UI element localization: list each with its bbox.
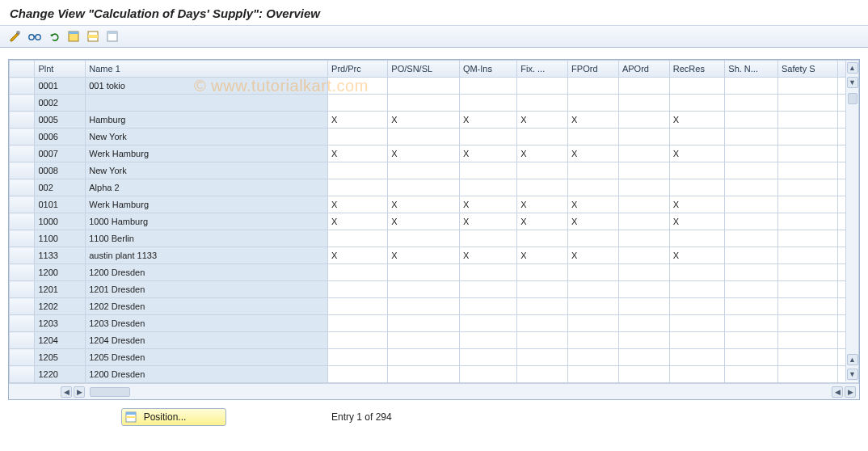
scroll-left-step-button[interactable]: ◀ [832,386,843,398]
cell-mark[interactable]: X [669,145,725,162]
cell-mark[interactable]: X [388,196,460,213]
cell-mark[interactable] [725,196,778,213]
cell-mark[interactable] [669,349,725,366]
cell-plnt[interactable]: 002 [35,179,86,196]
cell-mark[interactable] [459,315,516,332]
cell-mark[interactable] [777,213,837,230]
cell-name1[interactable] [86,95,328,112]
cell-mark[interactable] [568,78,619,95]
cell-mark[interactable]: X [459,213,516,230]
cell-mark[interactable] [618,112,669,129]
cell-plnt[interactable]: 1100 [35,230,86,247]
row-select-button[interactable] [10,129,35,145]
cell-plnt[interactable]: 1000 [35,213,86,230]
scroll-right-button[interactable]: ▶ [845,386,856,398]
cell-mark[interactable]: X [669,213,725,230]
scroll-left-button[interactable]: ◀ [61,386,72,398]
position-button[interactable]: Position... [121,408,226,426]
select-block-icon[interactable] [84,28,102,44]
cell-mark[interactable]: X [388,112,460,129]
cell-mark[interactable] [669,95,725,112]
cell-name1[interactable]: Alpha 2 [86,179,328,196]
row-select-button[interactable] [10,196,35,213]
cell-mark[interactable] [517,129,568,145]
cell-mark[interactable] [568,315,619,332]
cell-mark[interactable] [328,315,388,332]
cell-mark[interactable] [725,145,778,162]
cell-mark[interactable] [725,78,778,95]
cell-mark[interactable] [725,315,778,332]
cell-mark[interactable] [517,315,568,332]
cell-mark[interactable] [328,95,388,112]
cell-mark[interactable] [669,230,725,247]
cell-name1[interactable]: 1202 Dresden [86,298,328,315]
cell-mark[interactable] [618,179,669,196]
cell-mark[interactable] [618,366,669,383]
cell-mark[interactable] [517,78,568,95]
column-header-fix[interactable]: Fix. ... [517,61,568,78]
row-select-button[interactable] [10,366,35,383]
column-header-posnsl[interactable]: PO/SN/SL [388,61,460,78]
cell-mark[interactable] [725,213,778,230]
cell-mark[interactable] [669,264,725,281]
cell-mark[interactable] [669,162,725,179]
cell-mark[interactable] [328,281,388,298]
glasses-icon[interactable] [26,28,44,44]
scroll-down-button[interactable]: ▼ [847,369,858,380]
column-header-plnt[interactable]: Plnt [35,61,86,78]
cell-name1[interactable]: 1204 Dresden [86,332,328,349]
cell-plnt[interactable]: 1133 [35,247,86,264]
row-select-button[interactable] [10,162,35,179]
cell-mark[interactable] [388,162,460,179]
column-header-apord[interactable]: APOrd [618,61,669,78]
cell-mark[interactable] [328,230,388,247]
cell-mark[interactable] [517,162,568,179]
row-select-button[interactable] [10,315,35,332]
cell-mark[interactable] [459,95,516,112]
cell-mark[interactable] [568,281,619,298]
select-all-rows-button[interactable] [10,61,35,78]
column-header-fpord[interactable]: FPOrd [568,61,619,78]
cell-mark[interactable] [669,129,725,145]
cell-mark[interactable] [568,162,619,179]
cell-mark[interactable] [725,281,778,298]
cell-mark[interactable] [517,298,568,315]
cell-mark[interactable] [777,162,837,179]
cell-mark[interactable] [777,196,837,213]
cell-mark[interactable] [388,95,460,112]
cell-plnt[interactable]: 0001 [35,78,86,95]
row-select-button[interactable] [10,264,35,281]
cell-mark[interactable] [568,349,619,366]
row-select-button[interactable] [10,78,35,95]
cell-mark[interactable] [568,230,619,247]
cell-mark[interactable] [517,230,568,247]
cell-mark[interactable]: X [568,112,619,129]
cell-mark[interactable] [777,145,837,162]
cell-mark[interactable] [725,247,778,264]
cell-mark[interactable] [777,298,837,315]
cell-mark[interactable] [517,366,568,383]
cell-mark[interactable] [669,281,725,298]
cell-mark[interactable] [388,230,460,247]
cell-name1[interactable]: New York [86,129,328,145]
cell-mark[interactable] [618,298,669,315]
cell-mark[interactable]: X [568,213,619,230]
cell-mark[interactable]: X [459,145,516,162]
cell-mark[interactable] [777,315,837,332]
cell-mark[interactable] [459,332,516,349]
cell-plnt[interactable]: 1220 [35,366,86,383]
row-select-button[interactable] [10,349,35,366]
cell-name1[interactable]: Werk Hamburg [86,196,328,213]
cell-mark[interactable] [568,332,619,349]
cell-mark[interactable] [328,162,388,179]
cell-mark[interactable] [568,264,619,281]
cell-name1[interactable]: 1205 Dresden [86,349,328,366]
cell-mark[interactable] [328,264,388,281]
cell-mark[interactable] [459,264,516,281]
column-header-qmins[interactable]: QM-Ins [459,61,516,78]
cell-mark[interactable]: X [568,247,619,264]
cell-mark[interactable] [388,366,460,383]
cell-mark[interactable] [388,78,460,95]
cell-mark[interactable]: X [517,196,568,213]
cell-name1[interactable]: 1201 Dresden [86,281,328,298]
